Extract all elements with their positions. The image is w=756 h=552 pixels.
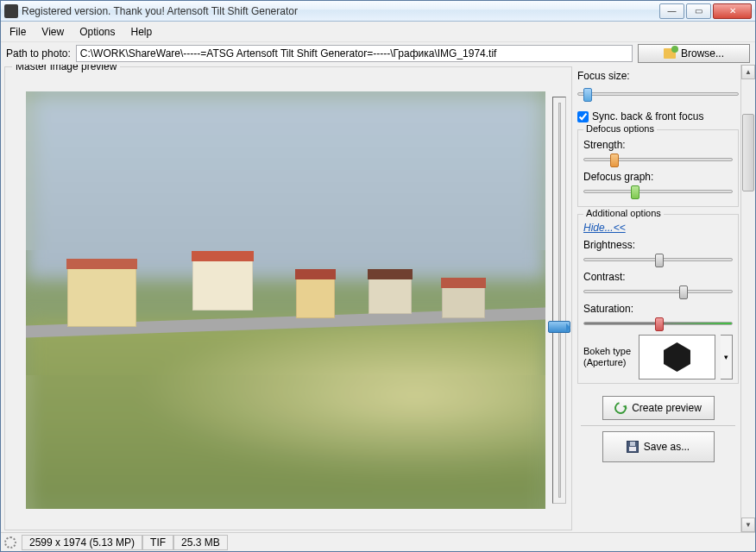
preview-building <box>67 267 136 327</box>
brightness-slider[interactable] <box>583 252 733 267</box>
preview-image[interactable] <box>26 91 545 509</box>
contrast-slider[interactable] <box>583 284 733 299</box>
brightness-label: Brightness: <box>583 239 733 251</box>
additional-group: Additional options Hide...<< Brightness:… <box>577 214 739 384</box>
focus-size-label: Focus size: <box>577 70 739 82</box>
menu-help[interactable]: Help <box>131 26 153 38</box>
close-button[interactable]: ✕ <box>713 3 752 19</box>
preview-fieldset: Master image preview <box>4 66 572 530</box>
defocus-graph-label: Defocus graph: <box>583 171 733 183</box>
defocus-legend: Defocus options <box>583 123 657 134</box>
bokeh-label: Bokeh type (Aperture) <box>583 346 633 368</box>
settings-panel: Focus size: Sync. back & front focus Def… <box>576 65 740 532</box>
bokeh-dropdown[interactable]: ▾ <box>721 335 733 380</box>
side-column: Focus size: Sync. back & front focus Def… <box>576 65 755 532</box>
status-dimensions: 2599 x 1974 (5.13 MP) <box>22 535 142 550</box>
strength-label: Strength: <box>583 139 733 151</box>
bottom-actions: Create preview Save as... <box>577 389 739 469</box>
save-as-label: Save as... <box>644 441 690 453</box>
scroll-up-button[interactable]: ▲ <box>741 65 755 79</box>
folder-icon <box>664 48 676 59</box>
create-preview-button[interactable]: Create preview <box>602 396 715 420</box>
preview-blur-bottom <box>26 375 545 509</box>
status-format: TIF <box>142 535 173 550</box>
divider <box>581 425 735 426</box>
create-preview-label: Create preview <box>632 402 702 414</box>
app-window: Registered version. Thank you! Artensoft… <box>0 0 756 552</box>
window-title: Registered version. Thank you! Artensoft… <box>22 5 659 17</box>
preview-building <box>442 284 485 318</box>
focus-size-slider[interactable] <box>577 86 739 102</box>
refresh-icon <box>613 399 629 416</box>
scroll-down-button[interactable]: ▼ <box>741 518 755 532</box>
path-label: Path to photo: <box>6 47 71 60</box>
bokeh-preview <box>639 335 715 380</box>
preview-building <box>192 259 253 310</box>
strength-slider[interactable] <box>583 152 733 167</box>
vslider-thumb[interactable] <box>548 321 570 333</box>
defocus-graph-slider[interactable] <box>583 184 733 199</box>
vslider-track <box>558 103 561 498</box>
sync-checkbox-input[interactable] <box>577 111 589 122</box>
additional-legend: Additional options <box>583 208 664 218</box>
menu-file[interactable]: File <box>9 26 26 38</box>
maximize-button[interactable]: ▭ <box>686 3 711 19</box>
preview-building <box>369 275 412 314</box>
saturation-slider[interactable] <box>583 316 733 331</box>
status-size: 25.3 MB <box>173 535 228 550</box>
defocus-group: Defocus options Strength: Defocus graph: <box>577 129 739 207</box>
path-input[interactable] <box>76 45 633 62</box>
scroll-thumb[interactable] <box>742 114 754 191</box>
statusbar: 2599 x 1974 (5.13 MP) TIF 25.3 MB <box>1 532 755 551</box>
contrast-label: Contrast: <box>583 271 733 283</box>
scroll-track[interactable] <box>741 79 755 518</box>
preview-legend: Master image preview <box>12 65 120 72</box>
sync-label: Sync. back & front focus <box>592 110 703 122</box>
menu-options[interactable]: Options <box>79 26 115 38</box>
preview-blur-top <box>26 91 545 250</box>
app-icon <box>4 4 18 18</box>
bokeh-row: Bokeh type (Aperture) ▾ <box>583 335 733 380</box>
preview-building <box>296 275 335 318</box>
spinner-icon <box>4 536 16 549</box>
sync-checkbox[interactable]: Sync. back & front focus <box>577 110 739 122</box>
path-bar: Path to photo: Browse... <box>1 42 755 65</box>
floppy-icon <box>627 441 639 453</box>
menubar: File View Options Help <box>1 22 755 42</box>
menu-view[interactable]: View <box>41 26 64 38</box>
saturation-label: Saturation: <box>583 303 733 315</box>
titlebar: Registered version. Thank you! Artensoft… <box>1 1 755 22</box>
preview-column: Master image preview <box>1 65 576 532</box>
browse-label: Browse... <box>681 47 724 60</box>
content: Master image preview <box>1 65 755 532</box>
browse-button[interactable]: Browse... <box>638 44 750 63</box>
minimize-button[interactable]: — <box>659 3 684 19</box>
window-controls: — ▭ ✕ <box>659 3 752 19</box>
vertical-scrollbar[interactable]: ▲ ▼ <box>740 65 755 532</box>
save-as-button[interactable]: Save as... <box>602 431 715 462</box>
hide-link[interactable]: Hide...<< <box>583 222 626 234</box>
preview-wrap <box>10 76 566 524</box>
preview-vertical-slider[interactable] <box>552 97 566 504</box>
hexagon-icon <box>662 342 693 373</box>
